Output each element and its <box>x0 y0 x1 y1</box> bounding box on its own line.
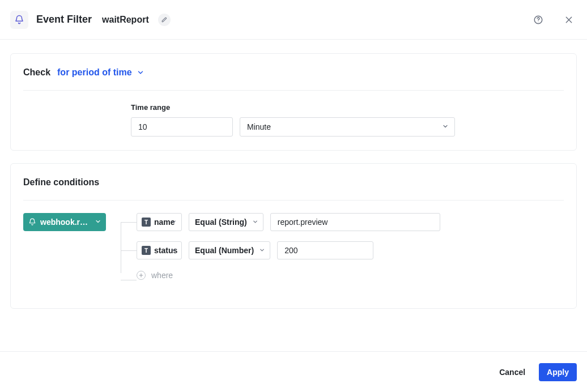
rename-button[interactable] <box>158 14 171 26</box>
field-select[interactable]: T name <box>137 213 182 231</box>
field-select[interactable]: T status <box>137 241 182 259</box>
condition-row: T status Equal (Number) <box>137 241 440 259</box>
modal-footer: Cancel Apply <box>0 351 587 392</box>
add-condition-button[interactable]: where <box>137 271 440 280</box>
apply-button[interactable]: Apply <box>539 363 577 381</box>
divider <box>23 90 564 91</box>
cancel-button[interactable]: Cancel <box>496 363 529 381</box>
condition-row: T name Equal (String) <box>137 213 440 231</box>
modal-subtitle: waitReport <box>102 15 149 25</box>
chevron-down-icon <box>259 246 265 255</box>
value-input[interactable] <box>277 241 373 259</box>
type-text-icon: T <box>142 218 151 227</box>
chevron-down-icon <box>95 218 101 227</box>
event-filter-icon <box>10 11 28 29</box>
chevron-down-icon <box>171 246 177 255</box>
chevron-down-icon <box>137 69 144 76</box>
time-unit-select[interactable]: Minute <box>240 117 455 137</box>
conditions-title: Define conditions <box>23 177 99 188</box>
divider <box>23 200 564 201</box>
chevron-down-icon <box>442 122 449 131</box>
help-icon[interactable] <box>530 12 546 28</box>
check-mode-dropdown[interactable]: for period of time <box>57 67 144 78</box>
operator-select[interactable]: Equal (Number) <box>189 241 270 259</box>
source-chip-label: webhook.resp... <box>40 218 91 227</box>
check-card: Check for period of time Time range Minu… <box>10 53 577 151</box>
time-value-input[interactable] <box>131 117 233 137</box>
time-range-label: Time range <box>131 103 455 112</box>
value-input[interactable] <box>270 213 440 231</box>
add-condition-label: where <box>151 271 173 280</box>
svg-point-1 <box>538 22 538 22</box>
operator-select[interactable]: Equal (String) <box>189 213 263 231</box>
conditions-card: Define conditions webhook.resp... <box>10 163 577 309</box>
close-icon[interactable] <box>561 12 577 28</box>
operator-value: Equal (String) <box>195 218 247 227</box>
check-mode-value: for period of time <box>57 67 132 78</box>
chevron-down-icon <box>252 218 258 227</box>
plus-circle-icon <box>137 271 146 280</box>
type-text-icon: T <box>142 246 151 255</box>
source-chip[interactable]: webhook.resp... <box>23 213 106 231</box>
modal-title: Event Filter <box>36 14 92 25</box>
conditions-tree: T name Equal (String) <box>121 213 440 280</box>
modal-header: Event Filter waitReport <box>0 0 587 40</box>
operator-value: Equal (Number) <box>195 246 254 255</box>
time-unit-value: Minute <box>247 122 271 131</box>
chevron-down-icon <box>171 218 177 227</box>
modal-body: Check for period of time Time range Minu… <box>0 40 587 351</box>
bell-icon <box>28 218 37 227</box>
check-label: Check <box>23 67 50 78</box>
